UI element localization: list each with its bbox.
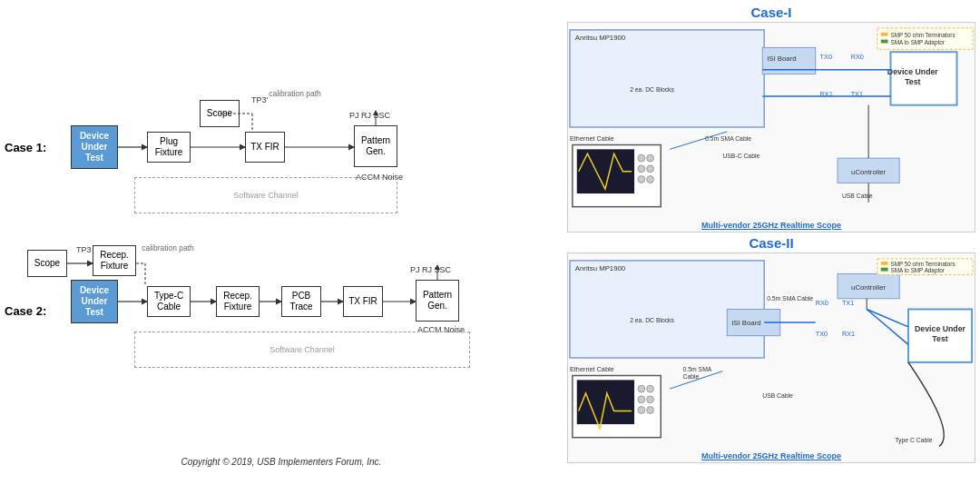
- svg-point-84: [647, 407, 654, 414]
- case2-calib: calibration path: [141, 243, 195, 252]
- case2-label: Case 2:: [5, 304, 46, 318]
- svg-text:USB Cable: USB Cable: [762, 392, 793, 399]
- svg-text:Test: Test: [905, 77, 920, 86]
- svg-point-83: [647, 396, 654, 403]
- svg-line-89: [867, 309, 908, 344]
- svg-text:SMA to SMP Adaptor: SMA to SMP Adaptor: [890, 267, 944, 274]
- svg-text:uController: uController: [851, 283, 886, 292]
- right-panel: Case-I Anritsu MP1900 ISI Board 2 ea. DC…: [563, 0, 980, 485]
- case2-scope-label[interactable]: Multi-vendor 25GHz Realtime Scope: [701, 451, 841, 460]
- case1-right-title: Case-I: [567, 5, 975, 20]
- case2-recep-fixture-bottom: Recep. Fixture: [216, 286, 260, 317]
- case2-tx-fir: TX FIR: [343, 286, 383, 317]
- case1-diagram: Anritsu MP1900 ISI Board 2 ea. DC Blocks…: [567, 22, 975, 233]
- svg-point-43: [647, 154, 654, 162]
- svg-text:2 ea. DC Blocks: 2 ea. DC Blocks: [630, 86, 674, 93]
- svg-text:TX1: TX1: [842, 299, 854, 307]
- case1-tx-fir: TX FIR: [245, 132, 285, 163]
- case2-dut: Device Under Test: [71, 280, 118, 323]
- svg-text:Ethernet Cable: Ethernet Cable: [570, 365, 614, 373]
- svg-text:RX0: RX0: [851, 53, 864, 61]
- svg-text:Anritsu MP1900: Anritsu MP1900: [575, 264, 626, 272]
- svg-point-82: [647, 385, 654, 392]
- svg-text:USB-C Cable: USB-C Cable: [722, 153, 760, 159]
- svg-rect-34: [881, 33, 888, 36]
- case1-label: Case 1:: [5, 141, 46, 154]
- svg-rect-27: [890, 52, 956, 104]
- svg-text:0.5m SMA: 0.5m SMA: [683, 366, 712, 372]
- left-panel: Case 1: Scope TP3' calibration path Devi…: [0, 0, 563, 485]
- svg-point-42: [638, 176, 645, 183]
- case2-scope: Scope: [27, 250, 67, 277]
- svg-point-40: [638, 154, 645, 162]
- svg-text:Type C Cable: Type C Cable: [895, 437, 932, 444]
- svg-text:Device Under: Device Under: [915, 324, 966, 333]
- svg-text:Ethernet Cable: Ethernet Cable: [570, 134, 614, 143]
- case2-right-title: Case-II: [567, 235, 975, 251]
- svg-text:RX0: RX0: [816, 299, 828, 307]
- case1-scope: Scope: [200, 100, 240, 127]
- svg-text:RX1: RX1: [842, 330, 855, 338]
- svg-text:0.5m SMA Cable: 0.5m SMA Cable: [767, 295, 813, 302]
- case2-software-channel: Software Channel: [134, 332, 470, 368]
- svg-text:SMA to SMP Adaptor: SMA to SMP Adaptor: [890, 39, 944, 46]
- case1-plug-fixture: Plug Fixture: [147, 132, 191, 163]
- case1-tp3prime: TP3': [251, 95, 268, 104]
- svg-point-80: [638, 396, 645, 403]
- left-arrows: [0, 0, 563, 485]
- case2-pattern-gen: Pattern Gen.: [416, 280, 459, 322]
- case2-recep-fixture-top: Recep. Fixture: [93, 245, 136, 276]
- svg-rect-75: [881, 268, 888, 272]
- svg-text:uController: uController: [851, 168, 886, 176]
- case1-calib: calibration path: [268, 89, 322, 98]
- case1-scope-label[interactable]: Multi-vendor 25GHz Realtime Scope: [701, 221, 841, 230]
- case2-pj-rj-ssc: PJ RJ SSC: [410, 265, 451, 274]
- svg-rect-73: [881, 262, 888, 265]
- svg-text:Cable: Cable: [683, 373, 700, 380]
- svg-rect-36: [881, 40, 888, 44]
- svg-point-41: [638, 165, 645, 173]
- svg-text:TX0: TX0: [820, 53, 832, 61]
- svg-text:Anritsu MP1900: Anritsu MP1900: [575, 34, 626, 42]
- svg-point-79: [638, 385, 645, 392]
- case1-pattern-gen: Pattern Gen.: [354, 125, 397, 167]
- copyright: Copyright © 2019, USB Implementers Forum…: [181, 457, 382, 467]
- svg-line-88: [867, 309, 908, 326]
- case1-pj-rj-ssc: PJ RJ SSC: [349, 111, 390, 120]
- case2-type-c-cable: Type-C Cable: [147, 286, 191, 317]
- case2-tp3: TP3: [76, 245, 92, 254]
- svg-point-81: [638, 407, 645, 414]
- svg-text:SMP 50 ohm Terminators: SMP 50 ohm Terminators: [890, 32, 955, 38]
- case2-pcb-trace: PCB Trace: [281, 286, 321, 317]
- svg-point-45: [647, 176, 654, 183]
- case1-software-channel: Software Channel: [134, 177, 397, 213]
- svg-rect-15: [570, 30, 764, 127]
- svg-text:Device Under: Device Under: [887, 67, 939, 76]
- case1-dut: Device Under Test: [71, 125, 118, 169]
- svg-text:TX0: TX0: [816, 330, 828, 338]
- svg-text:2 ea. DC Blocks: 2 ea. DC Blocks: [630, 317, 674, 323]
- svg-point-44: [647, 165, 654, 173]
- svg-text:ISI Board: ISI Board: [731, 319, 760, 327]
- case1-diagram-svg: Anritsu MP1900 ISI Board 2 ea. DC Blocks…: [568, 23, 975, 233]
- svg-text:ISI Board: ISI Board: [767, 54, 796, 63]
- case2-diagram: Anritsu MP1900 ISI Board 2 ea. DC Blocks…: [567, 252, 975, 463]
- case2-diagram-svg: Anritsu MP1900 ISI Board 2 ea. DC Blocks…: [568, 253, 975, 464]
- svg-text:Test: Test: [932, 334, 947, 343]
